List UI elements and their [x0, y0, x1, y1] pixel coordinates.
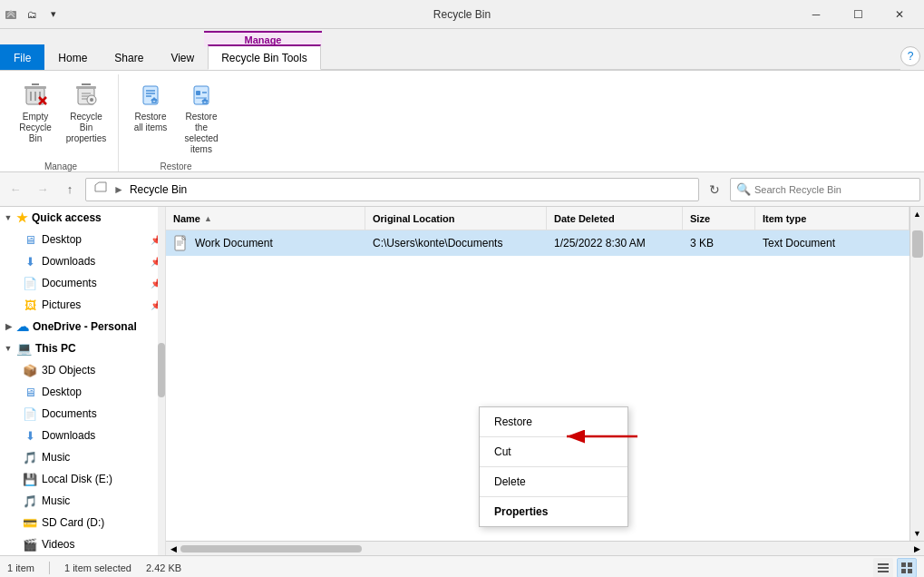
col-header-name[interactable]: Name ▲: [166, 207, 365, 230]
documents-icon-qa: 📄: [22, 275, 38, 291]
restore-group-label: Restore: [126, 160, 226, 171]
help-button[interactable]: ?: [900, 46, 920, 66]
sidebar-item-documents-qa[interactable]: 📄 Documents 📌: [0, 272, 165, 294]
sidebar-section-this-pc[interactable]: ▼ 💻 This PC: [0, 337, 165, 359]
videos-icon: 🎬: [22, 536, 38, 553]
svg-rect-10: [76, 86, 96, 89]
tab-view[interactable]: View: [157, 44, 208, 70]
sidebar-item-desktop-qa[interactable]: 🖥 Desktop 📌: [0, 229, 165, 250]
back-button[interactable]: ←: [4, 178, 27, 201]
sdcard-icon: 💳: [22, 514, 38, 531]
scroll-up-btn[interactable]: ▲: [910, 207, 924, 221]
selected-size: 2.42 KB: [146, 562, 181, 573]
file-icon-txt: [173, 235, 190, 251]
documents-icon-pc: 📄: [22, 406, 38, 422]
sidebar-label-music-pc: Music: [42, 451, 161, 464]
ribbon-tab-bar: File Home Share View Recycle Bin Tools ?: [0, 47, 924, 71]
h-scroll-thumb[interactable]: [180, 545, 362, 553]
close-button[interactable]: ✕: [879, 0, 920, 29]
search-input[interactable]: [754, 184, 914, 195]
maximize-button[interactable]: ☐: [837, 0, 879, 29]
recycle-properties-button[interactable]: Recycle Binproperties: [62, 74, 111, 149]
tab-file[interactable]: File: [0, 44, 44, 70]
sidebar-label-videos: Videos: [42, 538, 161, 551]
horizontal-scrollbar[interactable]: ◀ ▶: [166, 541, 924, 555]
window-title: Recycle Bin: [433, 8, 491, 21]
vertical-scrollbar[interactable]: ▲ ▼: [909, 207, 924, 541]
ctx-delete[interactable]: Delete: [480, 469, 627, 494]
qs-dropdown-btn[interactable]: ▾: [44, 5, 63, 24]
empty-recycle-icon: [21, 79, 50, 108]
desktop-icon-pc: 🖥: [22, 384, 38, 400]
col-header-location[interactable]: Original Location: [365, 207, 547, 230]
sidebar-item-3dobjects[interactable]: 📦 3D Objects: [0, 359, 165, 381]
forward-button[interactable]: →: [31, 178, 54, 201]
star-icon: ★: [16, 210, 28, 225]
pc-icon: 💻: [16, 341, 32, 356]
sidebar-item-pictures-qa[interactable]: 🖼 Pictures 📌: [0, 294, 165, 316]
sidebar-scroll-thumb[interactable]: [158, 343, 165, 397]
tab-recycle-bin-tools[interactable]: Recycle Bin Tools: [208, 44, 321, 70]
tab-home[interactable]: Home: [44, 44, 101, 70]
qs-properties-btn[interactable]: 🗂: [22, 5, 42, 24]
minimize-button[interactable]: ─: [795, 0, 837, 29]
scroll-right-btn[interactable]: ▶: [909, 542, 924, 556]
sidebar-section-onedrive[interactable]: ▶ ☁ OneDrive - Personal: [0, 316, 165, 337]
h-scroll-track[interactable]: [180, 542, 909, 556]
ribbon-group-manage: EmptyRecycle Bin: [4, 74, 119, 171]
sidebar-item-documents-pc[interactable]: 📄 Documents: [0, 403, 165, 425]
expand-icon-pc: ▼: [2, 342, 15, 355]
empty-recycle-bin-button[interactable]: EmptyRecycle Bin: [11, 74, 60, 149]
onedrive-label: OneDrive - Personal: [33, 320, 137, 333]
refresh-button[interactable]: ↻: [703, 178, 726, 201]
cell-date: 1/25/2022 8:30 AM: [547, 230, 683, 255]
ctx-properties[interactable]: Properties: [480, 499, 627, 524]
sidebar-label-music-extra: Music: [42, 494, 161, 507]
downloads-icon-qa: ⬇: [22, 253, 38, 269]
large-icons-view-button[interactable]: [897, 558, 917, 578]
downloads-icon-pc: ⬇: [22, 427, 38, 444]
sidebar-item-music-extra[interactable]: 🎵 Music: [0, 490, 165, 512]
search-box[interactable]: 🔍: [730, 178, 920, 201]
sidebar-scrollbar[interactable]: [158, 207, 165, 555]
ribbon-restore-items: Restoreall items Restore theselected ite…: [126, 74, 226, 160]
3dobjects-icon: 📦: [22, 362, 38, 378]
restore-selected-button[interactable]: Restore theselected items: [177, 74, 226, 160]
up-button[interactable]: ↑: [58, 178, 82, 201]
sidebar-item-localdisk[interactable]: 💾 Local Disk (E:): [0, 468, 165, 490]
col-header-date[interactable]: Date Deleted: [547, 207, 683, 230]
scroll-left-btn[interactable]: ◀: [166, 542, 180, 556]
sidebar-item-desktop-pc[interactable]: 🖥 Desktop: [0, 381, 165, 403]
sort-arrow: ▲: [204, 214, 212, 223]
svg-rect-35: [908, 562, 912, 567]
table-row[interactable]: Work Document C:\Users\konte\Documents 1…: [166, 230, 909, 256]
scroll-down-btn[interactable]: ▼: [910, 526, 924, 541]
sidebar-item-videos[interactable]: 🎬 Videos: [0, 533, 165, 555]
sidebar-item-downloads-pc[interactable]: ⬇ Downloads: [0, 425, 165, 446]
tab-share[interactable]: Share: [101, 44, 157, 70]
ctx-separator-2: [480, 466, 627, 467]
address-path[interactable]: ► Recycle Bin: [85, 178, 699, 201]
sidebar-section-quick-access[interactable]: ▼ ★ Quick access: [0, 207, 165, 229]
svg-rect-33: [878, 571, 889, 572]
properties-label: Recycle Binproperties: [66, 112, 106, 144]
col-header-type[interactable]: Item type: [755, 207, 909, 230]
svg-rect-36: [901, 569, 906, 573]
col-header-size[interactable]: Size: [683, 207, 755, 230]
music-icon-pc: 🎵: [22, 449, 38, 465]
cell-name: Work Document: [166, 230, 365, 255]
details-view-button[interactable]: [873, 558, 893, 578]
sidebar-item-downloads-qa[interactable]: ⬇ Downloads 📌: [0, 250, 165, 272]
main-area: ▼ ★ Quick access 🖥 Desktop 📌 ⬇ Downloads…: [0, 207, 924, 555]
item-count: 1 item: [7, 562, 34, 573]
desktop-icon-qa: 🖥: [22, 231, 38, 248]
this-pc-label: This PC: [35, 342, 76, 355]
sidebar-item-sdcard[interactable]: 💳 SD Card (D:): [0, 512, 165, 533]
ribbon-manage-items: EmptyRecycle Bin: [11, 74, 111, 160]
sidebar-item-music-pc[interactable]: 🎵 Music: [0, 446, 165, 468]
restore-all-button[interactable]: Restoreall items: [126, 74, 175, 138]
path-icon: [93, 181, 108, 198]
sidebar-label-localdisk: Local Disk (E:): [42, 473, 161, 485]
path-separator: ►: [113, 183, 124, 196]
scroll-thumb[interactable]: [912, 230, 923, 258]
